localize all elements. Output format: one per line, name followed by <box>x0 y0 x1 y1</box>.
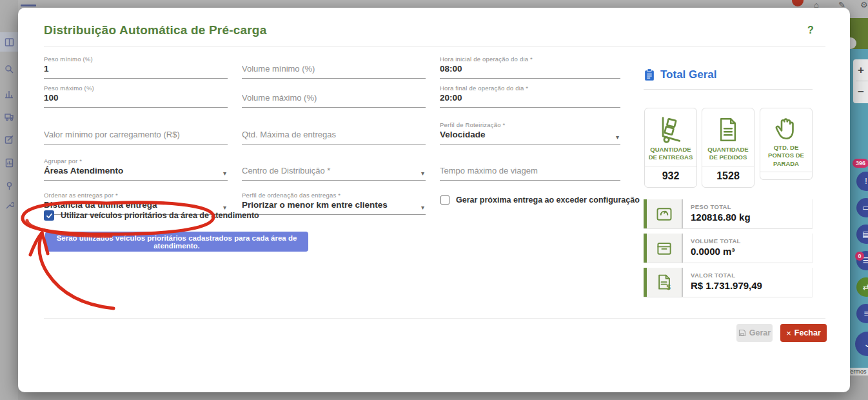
svg-text:$: $ <box>667 283 671 291</box>
agrupar-por-select[interactable]: Agrupar por * Áreas Atendimento ▾ <box>44 157 228 181</box>
field-label: Peso máximo (%) <box>44 85 228 93</box>
gerar-label: Gerar <box>749 328 771 337</box>
hora-inicial-field[interactable]: Hora inicial de operação do dia * 08:00 <box>440 55 620 79</box>
field-placeholder: Tempo máximo de viagem <box>440 166 620 178</box>
field-value: Velocidade <box>440 130 620 142</box>
avatar[interactable] <box>792 0 804 6</box>
hand-icon <box>773 115 800 143</box>
field-label: Hora inicial de operação do dia * <box>440 55 620 64</box>
close-icon: × <box>786 328 791 338</box>
field-placeholder: Qtd. Máxima de entregas <box>242 130 426 142</box>
field-value: 20:00 <box>440 93 620 105</box>
panel-divider <box>644 89 813 90</box>
field-placeholder: Valor mínimo por carregamento (R$) <box>44 130 228 142</box>
document-stats-icon[interactable] <box>5 158 14 170</box>
checkbox-label: Gerar próxima entrega ao exceder configu… <box>456 195 640 205</box>
checkbox-label: Utilizar veículos prioritários da área d… <box>61 211 259 220</box>
checkbox-checked[interactable] <box>44 210 54 221</box>
field-value: Áreas Atendimento <box>44 166 228 178</box>
card-pontos-parada: QTD. DE PONTOS DE PARADA <box>760 108 813 180</box>
info-note: Serão utilizados veículos prioritários c… <box>45 232 308 252</box>
card-value <box>760 172 812 179</box>
card-pedidos: QUANTIDADE DE PEDIDOS 1528 <box>702 108 755 188</box>
scale-icon <box>647 199 683 228</box>
package-icon <box>647 234 683 263</box>
list-badge: 0 <box>855 252 864 261</box>
row-label: VOLUME TOTAL <box>691 237 741 245</box>
total-geral-title: Total Geral <box>660 68 717 81</box>
zoom-in-button[interactable]: + <box>853 59 868 81</box>
map-zoom-control: + − <box>853 59 868 103</box>
document-icon <box>715 115 741 145</box>
valor-minimo-field[interactable]: Valor mínimo por carregamento (R$) <box>44 121 228 145</box>
field-label: Perfil de Roteirização * <box>440 121 620 130</box>
field-placeholder: Volume máximo (%) <box>242 93 426 105</box>
modal-title: Distribuição Automática de Pré-carga <box>44 23 266 37</box>
tempo-maximo-field[interactable]: Tempo máximo de viagem <box>440 157 620 181</box>
help-icon[interactable]: ? <box>807 25 814 36</box>
chevron-down-icon: ▾ <box>421 204 424 211</box>
footer-divider <box>44 318 825 319</box>
field-label: Peso mínimo (%) <box>44 55 228 64</box>
qtd-maxima-field[interactable]: Qtd. Máxima de entregas <box>242 121 426 145</box>
field-value: 08:00 <box>440 64 620 76</box>
clipboard-icon <box>644 68 655 81</box>
card-entregas: QUANTIDADE DE ENTREGAS 932 <box>644 108 697 188</box>
field-label: Hora final de operação do dia * <box>440 85 620 93</box>
zoom-out-button[interactable]: − <box>853 81 868 103</box>
field-label: Perfil de ordenação das entregas * <box>242 192 426 200</box>
chevron-down-icon: ▾ <box>616 134 619 141</box>
edit-icon[interactable] <box>5 135 14 147</box>
precarga-modal: Distribuição Automática de Pré-carga ? P… <box>18 8 850 392</box>
volume-total-row: VOLUME TOTAL 0.0000 m³ <box>644 234 813 263</box>
card-label: QTD. DE PONTOS DE PARADA <box>760 143 812 172</box>
peso-minimo-field[interactable]: Peso mínimo (%) 1 <box>44 55 228 79</box>
gerar-button[interactable]: Gerar <box>736 324 773 342</box>
utilizar-veiculos-checkbox[interactable]: Utilizar veículos prioritários da área d… <box>44 210 259 221</box>
search-icon[interactable] <box>5 65 14 77</box>
valor-total-row: $ VALOR TOTAL R$ 1.731.979,49 <box>644 268 813 297</box>
truck-icon[interactable] <box>5 112 14 124</box>
field-placeholder: Volume mínimo (%) <box>242 64 426 76</box>
hora-final-field[interactable]: Hora final de operação do dia * 20:00 <box>440 85 620 108</box>
hand-truck-icon <box>656 115 685 145</box>
bar-chart-icon[interactable] <box>5 89 14 101</box>
map-book-icon[interactable] <box>5 37 14 50</box>
perfil-roteirizacao-select[interactable]: Perfil de Roteirização * Velocidade ▾ <box>440 121 620 145</box>
centro-distribuicao-select[interactable]: Centro de Distribuição * ▾ <box>242 157 426 181</box>
volume-maximo-field[interactable]: Volume máximo (%) <box>242 85 426 108</box>
sidebar <box>0 0 18 400</box>
wrench-icon[interactable] <box>5 201 14 213</box>
field-label: Ordenar as entregas por * <box>44 192 228 200</box>
field-value: Priorizar o menor km entre clientes <box>242 200 426 212</box>
row-value: 0.0000 m³ <box>691 246 741 257</box>
row-label: PESO TOTAL <box>691 203 751 210</box>
save-icon <box>738 329 746 337</box>
check-icon <box>46 212 53 219</box>
field-value: 1 <box>44 64 228 76</box>
perfil-ordenacao-select[interactable]: Perfil de ordenação das entregas * Prior… <box>242 192 426 215</box>
chevron-down-icon: ▾ <box>421 170 424 177</box>
peso-total-row: PESO TOTAL 120816.80 kg <box>644 199 813 229</box>
invoice-icon: $ <box>647 268 683 297</box>
card-label: QUANTIDADE DE PEDIDOS <box>702 145 754 166</box>
checkbox-unchecked[interactable] <box>440 195 449 205</box>
peso-maximo-field[interactable]: Peso máximo (%) 100 <box>44 85 228 108</box>
field-value: 100 <box>44 93 228 105</box>
row-value: 120816.80 kg <box>691 212 751 223</box>
alerts-badge: 396 <box>853 159 868 168</box>
fechar-button[interactable]: × Fechar <box>780 324 827 342</box>
field-placeholder: Centro de Distribuição * <box>242 166 426 178</box>
header-divider <box>44 46 825 47</box>
row-value: R$ 1.731.979,49 <box>691 280 762 291</box>
pin-icon[interactable] <box>5 181 14 194</box>
gear-icon[interactable]: ⚙ <box>860 0 868 10</box>
chevron-down-icon: ▾ <box>223 170 226 177</box>
row-label: VALOR TOTAL <box>691 272 762 279</box>
volume-minimo-field[interactable]: Volume mínimo (%) <box>242 55 426 79</box>
fechar-label: Fechar <box>794 328 821 337</box>
gerar-proxima-checkbox[interactable]: Gerar próxima entrega ao exceder configu… <box>440 195 640 205</box>
total-geral-header: Total Geral <box>644 68 717 81</box>
card-value: 932 <box>645 166 696 187</box>
card-label: QUANTIDADE DE ENTREGAS <box>645 145 696 166</box>
